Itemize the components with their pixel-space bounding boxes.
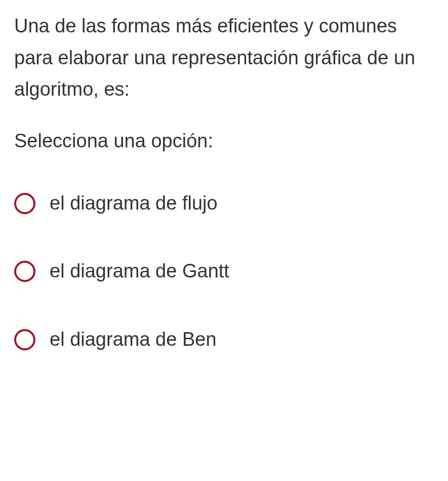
option-row-0[interactable]: el diagrama de flujo xyxy=(14,191,434,216)
question-text: Una de las formas más eficientes y comun… xyxy=(14,10,434,105)
options-container: el diagrama de flujo el diagrama de Gant… xyxy=(14,191,434,352)
radio-icon[interactable] xyxy=(14,193,35,214)
option-row-2[interactable]: el diagrama de Ben xyxy=(14,327,434,352)
instruction-text: Selecciona una opción: xyxy=(14,127,434,155)
option-label: el diagrama de Ben xyxy=(50,327,217,352)
option-row-1[interactable]: el diagrama de Gantt xyxy=(14,259,434,284)
option-label: el diagrama de flujo xyxy=(50,191,218,216)
option-label: el diagrama de Gantt xyxy=(50,259,229,284)
radio-icon[interactable] xyxy=(14,261,35,282)
radio-icon[interactable] xyxy=(14,329,35,350)
